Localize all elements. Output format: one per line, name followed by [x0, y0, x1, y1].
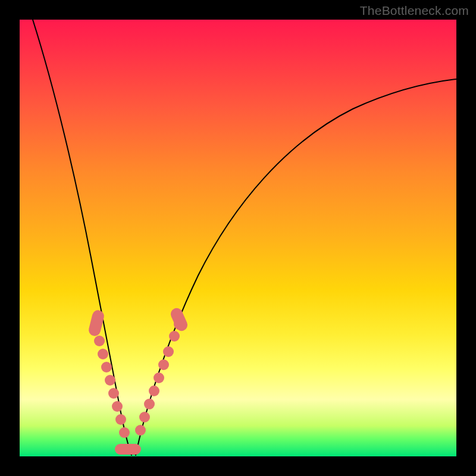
- bottleneck-curve: [20, 20, 456, 456]
- svg-rect-0: [87, 309, 105, 337]
- svg-point-10: [135, 425, 146, 436]
- svg-point-11: [139, 412, 150, 422]
- svg-point-12: [144, 399, 155, 409]
- svg-point-2: [98, 349, 108, 359]
- svg-point-6: [112, 401, 123, 412]
- beads-right: [135, 306, 189, 436]
- svg-point-13: [149, 386, 159, 396]
- beads-valley: [115, 444, 141, 455]
- svg-point-3: [101, 362, 112, 372]
- svg-point-16: [163, 346, 174, 357]
- svg-point-4: [105, 375, 115, 386]
- svg-point-7: [115, 414, 126, 425]
- svg-point-5: [108, 388, 119, 399]
- svg-rect-19: [169, 306, 190, 333]
- svg-point-8: [119, 427, 130, 438]
- svg-point-1: [94, 336, 105, 346]
- svg-point-15: [158, 359, 169, 370]
- beads-left: [87, 309, 130, 438]
- svg-rect-9: [115, 444, 141, 455]
- curve-right-arm: [136, 79, 456, 455]
- watermark-text: TheBottleneck.com: [360, 4, 469, 18]
- svg-point-17: [169, 331, 180, 342]
- plot-area: [20, 20, 456, 456]
- svg-point-14: [154, 372, 164, 383]
